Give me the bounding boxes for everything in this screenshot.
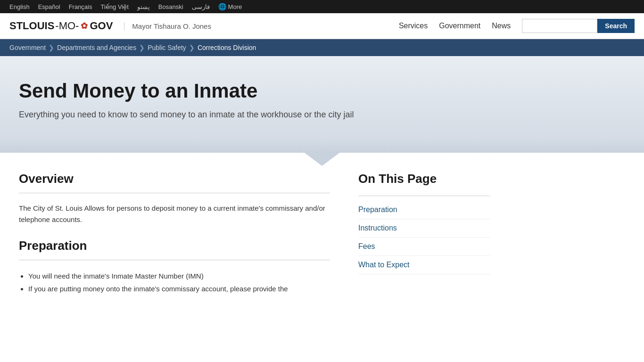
sidebar-link-what-to-expect[interactable]: What to Expect xyxy=(358,256,490,274)
on-this-page-links: Preparation Instructions Fees What to Ex… xyxy=(358,196,490,274)
site-header: STLOUIS-MO-✿GOV Mayor Tishaura O. Jones … xyxy=(0,13,644,39)
content-wrapper: Overview The City of St. Louis Allows fo… xyxy=(0,153,644,314)
breadcrumb-public-safety[interactable]: Public Safety xyxy=(148,44,186,51)
main-content: Overview The City of St. Louis Allows fo… xyxy=(19,172,358,295)
breadcrumb-sep-1: ❯ xyxy=(49,44,54,51)
lang-tieng-viet[interactable]: Tiếng Việt xyxy=(100,3,128,10)
logo-fleur: ✿ xyxy=(81,21,88,31)
preparation-section: Preparation You will need the inmate's I… xyxy=(19,239,330,295)
nav-services[interactable]: Services xyxy=(399,22,428,30)
breadcrumb-current: Corrections Division xyxy=(198,44,256,51)
logo-stlouis: STLOUIS xyxy=(9,20,54,32)
search-button[interactable]: Search xyxy=(597,19,635,33)
translate-icon: 🌐 xyxy=(218,3,226,10)
breadcrumb-government[interactable]: Government xyxy=(9,44,46,51)
overview-section: Overview The City of St. Louis Allows fo… xyxy=(19,172,330,225)
logo-mo: -MO- xyxy=(55,20,79,32)
lang-espanol[interactable]: Español xyxy=(38,3,60,10)
lang-bosanski[interactable]: Bosanski xyxy=(158,3,183,10)
sidebar-link-fees[interactable]: Fees xyxy=(358,238,490,256)
search-input[interactable] xyxy=(522,19,597,33)
list-item: You will need the inmate's Inmate Master… xyxy=(28,270,330,282)
sidebar-link-instructions[interactable]: Instructions xyxy=(358,219,490,238)
main-navigation: Services Government News Search xyxy=(399,19,635,33)
sidebar-link-preparation[interactable]: Preparation xyxy=(358,201,490,219)
overview-divider xyxy=(19,193,330,193)
breadcrumb-departments[interactable]: Departments and Agencies xyxy=(57,44,136,51)
preparation-divider xyxy=(19,260,330,260)
overview-heading: Overview xyxy=(19,172,330,186)
preparation-list: You will need the inmate's Inmate Master… xyxy=(28,270,330,295)
preparation-heading: Preparation xyxy=(19,239,330,253)
language-bar: English Español Français Tiếng Việt پښتو… xyxy=(0,0,644,13)
breadcrumb-sep-2: ❯ xyxy=(139,44,145,51)
lang-francais[interactable]: Français xyxy=(69,3,92,10)
overview-text: The City of St. Louis Allows for persons… xyxy=(19,203,330,225)
breadcrumb-sep-3: ❯ xyxy=(189,44,195,51)
search-form: Search xyxy=(522,19,635,33)
list-item: If you are putting money onto the inmate… xyxy=(28,282,330,295)
page-subtitle: Everything you need to know to send mone… xyxy=(19,110,387,120)
page-title: Send Money to an Inmate xyxy=(19,80,396,102)
breadcrumb: Government ❯ Departments and Agencies ❯ … xyxy=(0,39,644,56)
lang-pashto[interactable]: پښتو xyxy=(137,3,150,10)
lang-english[interactable]: English xyxy=(9,3,30,10)
nav-government[interactable]: Government xyxy=(439,22,480,30)
site-logo[interactable]: STLOUIS-MO-✿GOV xyxy=(9,20,113,32)
hero-section: Send Money to an Inmate Everything you n… xyxy=(0,56,644,153)
lang-farsi[interactable]: فارسی xyxy=(192,3,210,10)
nav-news[interactable]: News xyxy=(492,22,511,30)
on-this-page-heading: On This Page xyxy=(358,172,490,186)
lang-more[interactable]: 🌐 More xyxy=(218,3,242,10)
mayor-name: Mayor Tishaura O. Jones xyxy=(124,22,211,30)
logo-gov: GOV xyxy=(90,20,113,32)
sidebar: On This Page Preparation Instructions Fe… xyxy=(358,172,490,295)
